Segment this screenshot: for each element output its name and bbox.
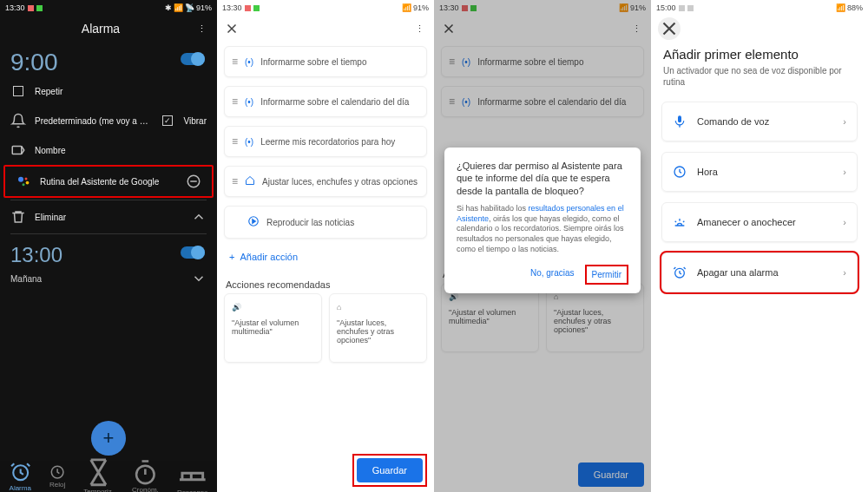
drag-handle-icon: ≡	[232, 175, 238, 187]
google-assistant-routine-row[interactable]: Rutina del Asistente de Google	[5, 167, 212, 196]
wifi-icon: 📡	[185, 3, 194, 12]
home-icon	[245, 175, 255, 187]
bottom-nav: Alarma Reloj Temporiz. Cronóm. Descanso	[0, 461, 217, 492]
option-time[interactable]: Hora ›	[661, 152, 858, 192]
action-card-weather[interactable]: ≡(•)Informarme sobre el tiempo	[224, 46, 427, 77]
svg-point-1	[18, 177, 23, 182]
ringtone-row[interactable]: Predeterminado (me voy a bañ… Vibrar	[0, 106, 217, 135]
chevron-right-icon: ›	[843, 217, 846, 227]
alarm-toggle-1[interactable]	[181, 53, 205, 65]
option-sunrise-sunset[interactable]: Amanecer o anochecer ›	[661, 202, 858, 242]
action-card-calendar[interactable]: ≡(•)Informarme sobre el calendario del d…	[224, 86, 427, 117]
clock-icon	[673, 165, 687, 179]
recording-icon	[28, 5, 34, 11]
svg-rect-11	[678, 115, 681, 122]
allow-button[interactable]: Permitir	[585, 265, 628, 285]
volume-icon: 🔊	[232, 303, 314, 312]
home-icon: ⌂	[337, 303, 419, 312]
bell-icon	[10, 113, 26, 128]
status-time: 13:30	[222, 3, 242, 12]
dialog-title: ¿Quieres dar permiso al Asistente para q…	[457, 160, 628, 197]
broadcast-icon: (•)	[245, 137, 253, 147]
reco-card-lights[interactable]: ⌂"Ajustar luces, enchufes y otras opcion…	[329, 293, 427, 363]
drag-handle-icon: ≡	[232, 95, 238, 108]
alarm-time-2[interactable]: 13:00	[0, 236, 73, 269]
nav-timer[interactable]: Temporiz.	[83, 457, 114, 492]
vibrate-checkbox-icon	[160, 113, 175, 128]
tomorrow-label: Mañana	[10, 274, 42, 284]
dialog-body: Si has habilitado los resultados persona…	[457, 204, 628, 254]
battery-text: 91%	[413, 3, 429, 12]
add-action-button[interactable]: +Añadir acción	[217, 243, 434, 271]
battery-text: 88%	[847, 3, 863, 12]
screen-permission-dialog: 13:30 📶91% ⋮ ≡(•)Informarme sobre el tie…	[434, 0, 651, 492]
no-thanks-button[interactable]: No, gracias	[525, 265, 580, 285]
nav-clock[interactable]: Reloj	[49, 464, 65, 489]
overflow-menu-icon[interactable]: ⋮	[411, 21, 427, 36]
delete-label: Eliminar	[35, 213, 182, 222]
status-time: 15:00	[656, 3, 676, 12]
reco-card-volume[interactable]: 🔊"Ajustar el volumen multimedia"	[224, 293, 322, 363]
nav-stopwatch[interactable]: Cronóm.	[132, 459, 159, 492]
header: Alarma ⋮	[0, 16, 217, 42]
repeat-row[interactable]: Repetir	[0, 76, 217, 106]
vibrate-label: Vibrar	[184, 116, 207, 126]
signal-icon: 📶	[174, 3, 183, 12]
close-button[interactable]	[658, 17, 681, 40]
svg-rect-0	[12, 147, 22, 154]
play-circle-icon	[247, 215, 260, 229]
delete-row[interactable]: Eliminar	[0, 202, 217, 232]
chevron-right-icon: ›	[843, 167, 846, 177]
save-button[interactable]: Guardar	[357, 458, 423, 482]
battery-text: 91%	[196, 3, 212, 12]
alarm-time-1[interactable]: 9:00	[0, 42, 69, 76]
svg-point-3	[26, 181, 30, 185]
chevron-right-icon: ›	[843, 267, 846, 278]
name-row[interactable]: Nombre	[0, 135, 217, 165]
sunrise-icon	[673, 215, 687, 229]
plus-icon: +	[229, 252, 234, 262]
alarm-toggle-2[interactable]	[181, 246, 205, 259]
nav-alarm[interactable]: Alarma	[10, 461, 31, 491]
recommended-section-label: Acciones recomendadas	[217, 271, 434, 293]
svg-point-2	[25, 178, 28, 180]
chevron-down-icon[interactable]	[191, 271, 207, 286]
chevron-right-icon: ›	[843, 116, 846, 127]
statusbar: 15:00 📶88%	[651, 0, 868, 16]
add-alarm-fab[interactable]: +	[91, 421, 126, 456]
broadcast-icon: (•)	[245, 57, 253, 67]
action-card-reminders[interactable]: ≡(•)Leerme mis recordatorios para hoy	[224, 126, 427, 157]
header	[651, 16, 868, 42]
statusbar: 13:30 ✱ 📶 📡 91%	[0, 0, 217, 16]
page-title: Añadir primer elemento	[651, 42, 868, 65]
page-title: Alarma	[82, 22, 120, 36]
bluetooth-icon: ✱	[165, 3, 172, 12]
status-time: 13:30	[5, 3, 25, 12]
option-voice-command[interactable]: Comando de voz ›	[661, 102, 858, 141]
google-routine-label: Rutina del Asistente de Google	[40, 177, 177, 187]
action-card-news[interactable]: Reproducir las noticias	[224, 206, 427, 239]
name-label: Nombre	[35, 146, 207, 155]
option-dismiss-alarm[interactable]: Apagar una alarma ›	[661, 253, 858, 292]
label-icon	[10, 142, 26, 158]
recording-icon-2	[36, 5, 43, 11]
screen-add-first-element: 15:00 📶88% Añadir primer elemento Un act…	[651, 0, 868, 492]
svg-point-4	[23, 183, 25, 186]
nav-bedtime[interactable]: Descanso	[177, 456, 208, 492]
drag-handle-icon: ≡	[232, 135, 238, 148]
ringtone-label: Predeterminado (me voy a bañ…	[35, 116, 151, 126]
chevron-up-icon	[191, 209, 207, 225]
mic-icon	[673, 115, 687, 128]
screen-routine-edit: 13:30 📶91% ⋮ ≡(•)Informarme sobre el tie…	[217, 0, 434, 492]
action-card-lights[interactable]: ≡Ajustar luces, enchufes y otras opcione…	[224, 166, 427, 197]
close-icon[interactable]	[224, 21, 240, 36]
overflow-menu-icon[interactable]: ⋮	[194, 21, 210, 36]
assistant-icon	[16, 174, 31, 189]
signal-icon: 📶	[402, 3, 411, 12]
recording-icon-2	[253, 5, 260, 11]
broadcast-icon: (•)	[245, 97, 253, 107]
repeat-label: Repetir	[35, 87, 207, 96]
minus-circle-icon[interactable]	[186, 174, 201, 189]
permission-dialog: ¿Quieres dar permiso al Asistente para q…	[444, 148, 641, 293]
alarm-icon	[673, 266, 687, 279]
